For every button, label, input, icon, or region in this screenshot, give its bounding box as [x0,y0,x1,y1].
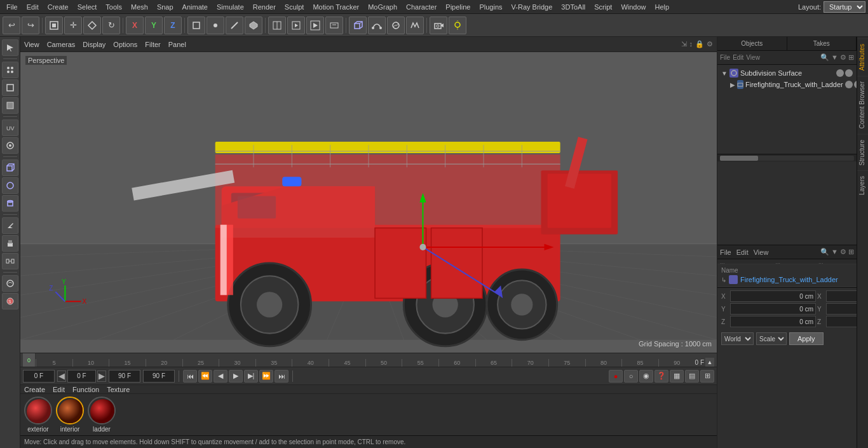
bridge-tool[interactable] [2,253,18,269]
redo-button[interactable]: ↪ [22,17,39,34]
select-tool[interactable] [2,39,18,56]
axis-z-button[interactable]: Z [164,17,182,34]
apply-button[interactable]: Apply [789,332,824,345]
attr-file[interactable]: File [720,248,731,256]
attr-settings-icon[interactable]: ⚙ [840,248,846,256]
expand-om-icon[interactable]: ⊞ [848,53,854,62]
sphere-tool[interactable] [2,177,18,194]
arrow-icon[interactable]: ↕ [689,40,693,48]
frame-prev-btn[interactable]: ◀ [57,370,66,382]
scroll-thumb[interactable] [720,156,758,161]
attr-search-icon[interactable]: 🔍 [820,248,829,256]
record-button[interactable]: ○ [624,370,638,383]
tab-objects[interactable]: Objects [717,37,787,50]
goto-start-button[interactable]: ⏮ [183,370,197,383]
record-auto-button[interactable]: ● [609,370,623,383]
points-tool[interactable] [2,62,18,78]
cube-primitive-button[interactable] [349,17,367,34]
material-exterior[interactable]: exterior [24,397,52,433]
world-select[interactable]: World Object [721,332,754,345]
timeline[interactable]: 0 5 10 15 20 25 30 35 40 45 50 55 60 65 … [20,353,717,367]
render-region-button[interactable] [268,17,286,34]
frame-start-field[interactable] [23,370,55,383]
paint-tool[interactable]: S [2,293,18,309]
tab-takes[interactable]: Takes [787,37,857,50]
rotate-button[interactable]: ↻ [102,17,120,34]
display-menu[interactable]: Display [83,41,105,48]
polygons-tool[interactable] [2,97,18,114]
live-select-button[interactable] [45,17,63,34]
cube-tool[interactable] [2,160,18,176]
tree-truck[interactable]: ▶ Firefighting_Truck_with_Ladder [720,79,854,90]
side-tab-content-browser[interactable]: Content Browser [857,76,869,133]
menu-select[interactable]: Select [74,2,101,12]
menu-pipeline[interactable]: Pipeline [442,2,474,12]
expand-icon[interactable]: ⇲ [681,40,687,48]
menu-motion-tracker[interactable]: Motion Tracker [309,2,363,12]
frame-end-field1[interactable] [109,370,140,383]
nurbs-button[interactable] [387,17,405,34]
sculpt-tool[interactable] [2,275,18,292]
tree-subdivision-surface[interactable]: ▼ Subdivision Surface [720,67,854,79]
view-menu[interactable]: View [24,41,39,48]
mat-function[interactable]: Function [72,386,99,393]
menu-script[interactable]: Script [590,2,616,12]
frame-end-field2[interactable] [143,370,175,383]
object-mode-button[interactable] [187,17,205,34]
menu-animate[interactable]: Animate [179,2,212,12]
frame-mid-field[interactable] [67,370,96,383]
3d-viewport[interactable]: Perspective [20,52,717,353]
step-forward-button[interactable]: ⏩ [259,370,273,383]
side-tab-layers[interactable]: Layers [857,170,869,200]
menu-file[interactable]: File [3,2,22,12]
z-pos-field[interactable] [730,316,816,327]
attr-edit[interactable]: Edit [736,248,749,256]
light-button[interactable] [449,17,466,34]
mat-texture[interactable]: Texture [107,386,130,393]
move-button[interactable]: ✛ [64,17,82,34]
y-pos-field[interactable] [730,303,816,315]
om-file[interactable]: File [720,54,730,61]
filter-icon[interactable]: ▼ [831,53,838,62]
frame-next-btn[interactable]: ▶ [97,370,106,382]
step-back-button[interactable]: ⏪ [198,370,212,383]
layout-dropdown[interactable]: Startup [824,1,865,13]
menu-mograph[interactable]: MoGraph [364,2,401,12]
playback-render-button[interactable] [325,17,343,34]
texture-tool[interactable] [2,137,18,154]
menu-render[interactable]: Render [249,2,280,12]
om-edit[interactable]: Edit [733,54,743,61]
menu-snap[interactable]: Snap [153,2,177,12]
om-view[interactable]: View [746,54,760,61]
material-ladder[interactable]: ladder [88,397,116,433]
timeline-up-btn[interactable]: ▲ [705,358,714,367]
knife-tool[interactable] [2,217,18,234]
vis-dot-2[interactable] [845,69,853,77]
next-frame-button[interactable]: ▶| [244,370,258,383]
menu-tools[interactable]: Tools [102,2,126,12]
scale-button[interactable] [83,17,101,34]
record-all-button[interactable]: ❓ [654,370,668,383]
cameras-menu[interactable]: Cameras [47,41,76,48]
record-layout-button[interactable]: ⊞ [700,370,714,383]
x-pos-field[interactable] [730,290,816,302]
mat-edit[interactable]: Edit [53,386,65,393]
menu-mesh[interactable]: Mesh [127,2,152,12]
attr-view[interactable]: View [754,248,769,256]
goto-end-button[interactable]: ⏭ [275,370,288,383]
axis-x-button[interactable]: X [126,17,144,34]
panel-menu[interactable]: Panel [168,41,186,48]
camera-button[interactable] [430,17,447,34]
poly-mode-button[interactable] [245,17,262,34]
attr-expand-icon[interactable]: ⊞ [848,248,854,256]
vis-dot-1[interactable] [836,69,844,77]
point-mode-button[interactable] [207,17,224,34]
search-icon[interactable]: 🔍 [820,53,829,62]
scale-select[interactable]: Scale Size [756,332,787,345]
settings-icon[interactable]: ⚙ [707,40,713,48]
attr-filter-icon[interactable]: ▼ [831,248,838,256]
menu-3dtoall[interactable]: 3DToAll [557,2,589,12]
axis-y-button[interactable]: Y [145,17,163,34]
side-tab-attributes[interactable]: Attributes [857,38,869,76]
settings-om-icon[interactable]: ⚙ [840,53,846,62]
